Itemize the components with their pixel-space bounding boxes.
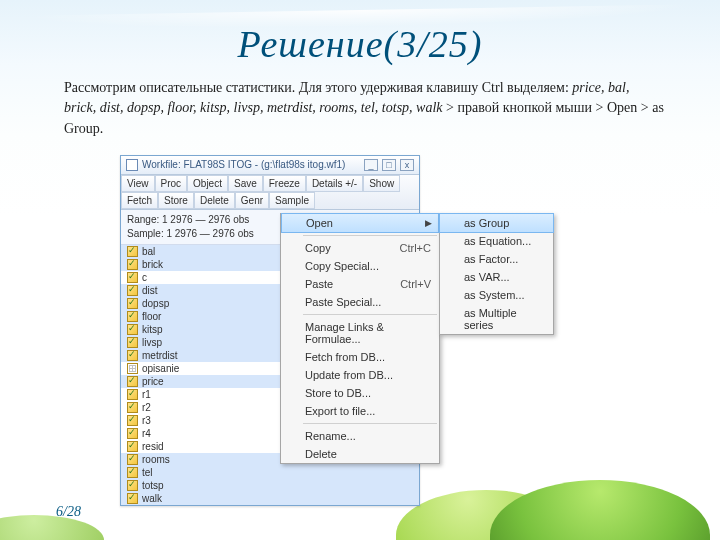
- body-text-lead: Рассмотрим описательные статистики. Для …: [64, 80, 572, 95]
- series-icon: [127, 402, 138, 413]
- list-item-label: r2: [142, 402, 151, 413]
- series-icon: [127, 285, 138, 296]
- list-item-label: livsp: [142, 337, 162, 348]
- context-menu[interactable]: Open▶CopyCtrl+CCopy Special...PasteCtrl+…: [280, 213, 440, 464]
- embedded-screenshot: Workfile: FLAT98S ITOG - (g:\flat98s ito…: [120, 155, 600, 455]
- list-item-label: price: [142, 376, 164, 387]
- toolbar-save[interactable]: Save: [228, 175, 263, 192]
- maximize-button[interactable]: □: [382, 159, 396, 171]
- toolbar-store[interactable]: Store: [158, 192, 194, 209]
- series-icon: [127, 272, 138, 283]
- series-icon: [127, 259, 138, 270]
- chevron-right-icon: ▶: [425, 218, 432, 228]
- toolbar-fetch[interactable]: Fetch: [121, 192, 158, 209]
- submenu-item[interactable]: as System...: [440, 286, 553, 304]
- submenu-item[interactable]: as Factor...: [440, 250, 553, 268]
- menu-item[interactable]: Fetch from DB...: [281, 348, 439, 366]
- open-submenu[interactable]: as Groupas Equation...as Factor...as VAR…: [439, 213, 554, 335]
- submenu-item[interactable]: as Group: [439, 213, 554, 233]
- toolbar-genr[interactable]: Genr: [235, 192, 269, 209]
- toolbar-sample[interactable]: Sample: [269, 192, 315, 209]
- page-number: 6/28: [56, 504, 81, 520]
- menu-item-label: Copy: [305, 242, 331, 254]
- menu-item-label: Export to file...: [305, 405, 375, 417]
- toolbar-delete[interactable]: Delete: [194, 192, 235, 209]
- submenu-item[interactable]: as VAR...: [440, 268, 553, 286]
- menu-item-label: Fetch from DB...: [305, 351, 385, 363]
- series-icon: [127, 493, 138, 504]
- toolbar-freeze[interactable]: Freeze: [263, 175, 306, 192]
- menu-item[interactable]: Copy Special...: [281, 257, 439, 275]
- menu-item[interactable]: Update from DB...: [281, 366, 439, 384]
- submenu-item-label: as System...: [464, 289, 525, 301]
- series-icon: [127, 246, 138, 257]
- list-item-label: r3: [142, 415, 151, 426]
- menu-item[interactable]: Paste Special...: [281, 293, 439, 311]
- menu-item[interactable]: Delete: [281, 445, 439, 463]
- submenu-item[interactable]: as Equation...: [440, 232, 553, 250]
- series-icon: [127, 428, 138, 439]
- menu-item-label: Paste Special...: [305, 296, 381, 308]
- list-item-label: totsp: [142, 480, 164, 491]
- list-item-label: brick: [142, 259, 163, 270]
- menu-item-label: Copy Special...: [305, 260, 379, 272]
- menu-item-label: Manage Links & Formulae...: [305, 321, 419, 345]
- list-item-label: r4: [142, 428, 151, 439]
- list-item[interactable]: totsp: [121, 479, 419, 492]
- toolbar-object[interactable]: Object: [187, 175, 228, 192]
- list-item-label: tel: [142, 467, 153, 478]
- series-icon: [127, 480, 138, 491]
- menu-item-label: Rename...: [305, 430, 356, 442]
- menu-item[interactable]: Store to DB...: [281, 384, 439, 402]
- menu-separator: [303, 423, 437, 424]
- workfile-titlebar[interactable]: Workfile: FLAT98S ITOG - (g:\flat98s ito…: [121, 156, 419, 175]
- menu-item[interactable]: Manage Links & Formulae...: [281, 318, 439, 348]
- menu-item-label: Delete: [305, 448, 337, 460]
- menu-separator: [303, 314, 437, 315]
- list-item-label: floor: [142, 311, 161, 322]
- menu-separator: [303, 235, 437, 236]
- series-icon: [127, 441, 138, 452]
- menu-item[interactable]: Open▶: [281, 213, 439, 233]
- list-item-label: r1: [142, 389, 151, 400]
- list-item-label: metrdist: [142, 350, 178, 361]
- list-item-label: resid: [142, 441, 164, 452]
- list-item-label: walk: [142, 493, 162, 504]
- menu-item[interactable]: PasteCtrl+V: [281, 275, 439, 293]
- grid-icon: [127, 363, 138, 374]
- toolbar-details[interactable]: Details +/-: [306, 175, 363, 192]
- toolbar-proc[interactable]: Proc: [155, 175, 188, 192]
- series-icon: [127, 467, 138, 478]
- series-icon: [127, 324, 138, 335]
- series-icon: [127, 311, 138, 322]
- menu-item-label: Store to DB...: [305, 387, 371, 399]
- slide-title: Решение(3/25): [0, 0, 720, 66]
- menu-item[interactable]: Rename...: [281, 427, 439, 445]
- list-item-label: rooms: [142, 454, 170, 465]
- submenu-item-label: as Group: [464, 217, 509, 229]
- toolbar-view[interactable]: View: [121, 175, 155, 192]
- menu-item[interactable]: Export to file...: [281, 402, 439, 420]
- slide-body: Рассмотрим описательные статистики. Для …: [64, 78, 664, 139]
- menu-shortcut: Ctrl+V: [400, 278, 431, 290]
- toolbar-show[interactable]: Show: [363, 175, 400, 192]
- list-item[interactable]: walk: [121, 492, 419, 505]
- series-icon: [127, 298, 138, 309]
- list-item-label: bal: [142, 246, 155, 257]
- list-item-label: dist: [142, 285, 158, 296]
- list-item[interactable]: tel: [121, 466, 419, 479]
- submenu-item-label: as Equation...: [464, 235, 531, 247]
- close-button[interactable]: x: [400, 159, 414, 171]
- submenu-item[interactable]: as Multiple series: [440, 304, 553, 334]
- list-item-label: opisanie: [142, 363, 179, 374]
- list-item-label: kitsp: [142, 324, 163, 335]
- series-icon: [127, 389, 138, 400]
- menu-item[interactable]: CopyCtrl+C: [281, 239, 439, 257]
- menu-item-label: Update from DB...: [305, 369, 393, 381]
- submenu-item-label: as VAR...: [464, 271, 510, 283]
- series-icon: [127, 350, 138, 361]
- minimize-button[interactable]: _: [364, 159, 378, 171]
- document-icon: [126, 159, 138, 171]
- submenu-item-label: as Multiple series: [464, 307, 533, 331]
- series-icon: [127, 415, 138, 426]
